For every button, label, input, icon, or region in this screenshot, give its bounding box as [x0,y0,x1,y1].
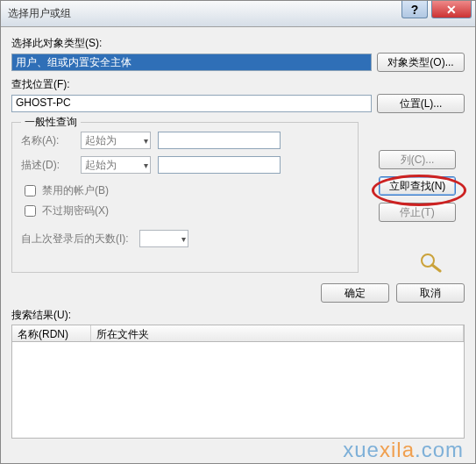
dialog-window: 选择用户或组 ? ✕ 选择此对象类型(S): 用户、组或内置安全主体 对象类型(… [0,0,476,464]
results-table-header: 名称(RDN) 所在文件夹 [11,325,465,342]
help-button[interactable]: ? [401,1,428,18]
name-match-combo[interactable]: 起始为 ▾ [81,132,151,149]
object-type-button[interactable]: 对象类型(O)... [377,53,465,72]
days-combo[interactable]: ▾ [139,230,188,247]
stop-button[interactable]: 停止(T) [379,203,456,222]
svg-point-2 [424,257,431,264]
col-name-header[interactable]: 名称(RDN) [12,325,91,341]
results-table-body[interactable] [11,342,465,439]
name-match-value: 起始为 [85,133,117,148]
name-input[interactable] [158,132,281,149]
location-field[interactable]: GHOST-PC [11,95,372,112]
col-folder-header[interactable]: 所在文件夹 [91,325,464,341]
chevron-down-icon: ▾ [144,161,148,170]
cancel-button[interactable]: 取消 [396,283,465,303]
noexpire-password-checkbox[interactable]: 不过期密码(X) [21,203,349,219]
search-results-label: 搜索结果(U): [11,308,465,323]
location-label: 查找位置(F): [11,77,465,92]
chevron-down-icon: ▾ [181,234,186,244]
object-type-label: 选择此对象类型(S): [11,36,465,51]
titlebar: 选择用户或组 ? ✕ [1,1,475,27]
noexpire-password-box[interactable] [25,205,36,217]
name-label: 名称(A): [21,133,74,148]
ok-button[interactable]: 确定 [321,283,389,303]
general-query-fieldset: 一般性查询 名称(A): 起始为 ▾ 描述(D): 起始为 ▾ 禁用的帐户 [11,122,359,273]
columns-button[interactable]: 列(C)... [379,150,456,169]
window-title: 选择用户或组 [8,6,71,21]
disabled-accounts-label: 禁用的帐户(B) [42,183,109,198]
right-button-column: 列(C)... 立即查找(N) 停止(T) [379,150,456,222]
disabled-accounts-checkbox[interactable]: 禁用的帐户(B) [21,182,349,199]
general-query-legend: 一般性查询 [21,115,81,130]
dialog-body: 选择此对象类型(S): 用户、组或内置安全主体 对象类型(O)... 查找位置(… [1,27,475,444]
chevron-down-icon: ▾ [144,136,148,146]
close-button[interactable]: ✕ [431,1,472,18]
location-button[interactable]: 位置(L)... [377,94,465,113]
noexpire-password-label: 不过期密码(X) [42,203,109,218]
svg-line-1 [432,265,440,271]
desc-match-value: 起始为 [85,158,117,173]
desc-match-combo[interactable]: 起始为 ▾ [81,156,151,174]
find-now-button[interactable]: 立即查找(N) [379,176,456,196]
desc-label: 描述(D): [21,158,74,173]
days-since-login-label: 自上次登录后的天数(I): [21,232,129,246]
search-icon [417,252,444,273]
object-type-field[interactable]: 用户、组或内置安全主体 [11,54,372,71]
disabled-accounts-box[interactable] [25,185,36,196]
desc-input[interactable] [158,156,281,174]
